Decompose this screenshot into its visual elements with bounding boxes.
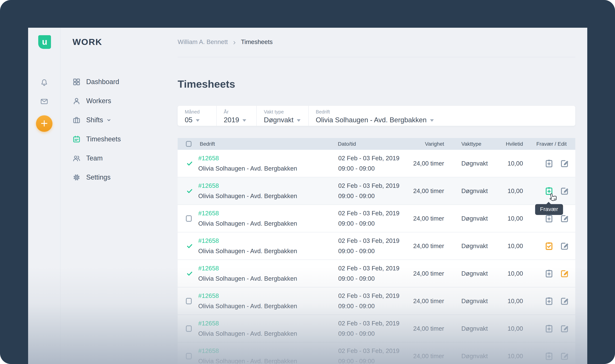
- rest-time: 10,00: [488, 298, 523, 305]
- edit-icon[interactable]: [560, 158, 570, 169]
- edit-icon[interactable]: [560, 351, 570, 361]
- column-header-bedrift: Bedrift: [198, 141, 338, 147]
- duration: 24,00 timer: [413, 243, 444, 250]
- table-row[interactable]: #12658 Olivia Solhaugen - Avd. Bergbakke…: [178, 150, 575, 177]
- selected-check-icon: [186, 160, 193, 167]
- sidebar-item-label: Dashboard: [86, 78, 119, 86]
- sidebar: WORK Dashboard: [61, 28, 178, 364]
- duration: 24,00 timer: [413, 325, 444, 332]
- filter-value: 05: [185, 116, 192, 124]
- filter-label: År: [224, 109, 256, 115]
- edit-icon[interactable]: [560, 213, 570, 223]
- rest-time: 10,00: [488, 243, 523, 250]
- absence-icon[interactable]: [544, 213, 554, 223]
- logo-letter: u: [42, 37, 47, 47]
- gear-icon: [72, 173, 81, 182]
- table-row[interactable]: #12658 Olivia Solhaugen - Avd. Bergbakke…: [178, 342, 575, 364]
- date-range: 02 Feb - 03 Feb, 2019: [338, 264, 413, 273]
- filter-company[interactable]: Bedrift Olivia Solhaugen - Avd. Bergbakk…: [308, 106, 575, 126]
- shift-type: Døgnvakt: [444, 270, 488, 277]
- date-range: 02 Feb - 03 Feb, 2019: [338, 236, 413, 245]
- screen-frame: u: [0, 0, 615, 364]
- caret-down-icon: [242, 119, 246, 122]
- add-button[interactable]: [36, 115, 53, 132]
- filter-year[interactable]: År 2019: [216, 106, 256, 126]
- timesheet-id: #12658: [198, 347, 338, 355]
- company-name: Olivia Solhaugen - Avd. Bergbakken: [198, 329, 338, 338]
- chevron-right-icon: [232, 39, 237, 44]
- duration: 24,00 timer: [413, 298, 444, 305]
- column-header-varighet: Varighet: [413, 141, 444, 147]
- table-row[interactable]: #12658 Olivia Solhaugen - Avd. Bergbakke…: [178, 232, 575, 260]
- shift-type: Døgnvakt: [444, 160, 488, 167]
- absence-icon[interactable]: Fravær: [544, 186, 554, 196]
- date-range: 02 Feb - 03 Feb, 2019: [338, 319, 413, 328]
- caret-down-icon: [297, 119, 301, 122]
- edit-icon[interactable]: [560, 241, 570, 251]
- absence-icon[interactable]: [544, 324, 554, 334]
- messages-button[interactable]: [39, 96, 50, 107]
- time-range: 09:00 - 09:00: [338, 247, 413, 255]
- breadcrumb-parent[interactable]: William A. Bennett: [178, 38, 228, 46]
- sidebar-item-team[interactable]: Team: [61, 149, 178, 168]
- duration: 24,00 timer: [413, 215, 444, 222]
- row-checkbox[interactable]: [186, 215, 192, 222]
- breadcrumb: William A. Bennett Timesheets: [178, 38, 273, 46]
- notifications-button[interactable]: [39, 78, 50, 88]
- duration: 24,00 timer: [413, 270, 444, 277]
- sidebar-item-workers[interactable]: Workers: [61, 91, 178, 110]
- absence-icon[interactable]: [544, 269, 554, 279]
- edit-icon[interactable]: [560, 296, 570, 306]
- edit-icon[interactable]: [560, 186, 570, 196]
- sidebar-item-label: Shifts: [86, 116, 103, 124]
- sidebar-item-dashboard[interactable]: Dashboard: [61, 72, 178, 91]
- filter-label: Bedrift: [316, 109, 575, 115]
- selected-check-icon: [186, 270, 193, 277]
- calendar-icon: [72, 135, 81, 144]
- absence-icon[interactable]: [544, 296, 554, 306]
- absence-icon[interactable]: [544, 351, 554, 361]
- table-row[interactable]: #12658 Olivia Solhaugen - Avd. Bergbakke…: [178, 177, 575, 205]
- company-name: Olivia Solhaugen - Avd. Bergbakken: [198, 274, 338, 283]
- timesheets-table: Bedrift Dato/tid Varighet Vakttype Hvile…: [178, 138, 575, 364]
- icon-rail: u: [28, 28, 61, 364]
- sidebar-item-label: Workers: [86, 97, 111, 105]
- duration: 24,00 timer: [413, 160, 444, 167]
- filter-shift-type[interactable]: Vakt type Døgnvakt: [256, 106, 308, 126]
- workers-icon: [72, 97, 81, 105]
- duration: 24,00 timer: [413, 187, 444, 195]
- table-row[interactable]: #12658 Olivia Solhaugen - Avd. Bergbakke…: [178, 205, 575, 232]
- row-checkbox[interactable]: [186, 353, 192, 359]
- shift-type: Døgnvakt: [444, 298, 488, 305]
- date-range: 02 Feb - 03 Feb, 2019: [338, 347, 413, 355]
- table-row[interactable]: #12658 Olivia Solhaugen - Avd. Bergbakke…: [178, 287, 575, 315]
- table-body: #12658 Olivia Solhaugen - Avd. Bergbakke…: [178, 150, 575, 364]
- sidebar-item-timesheets[interactable]: Timesheets: [61, 130, 178, 149]
- rest-time: 10,00: [488, 270, 523, 277]
- edit-icon[interactable]: [560, 269, 570, 279]
- select-all-checkbox[interactable]: [186, 141, 191, 147]
- filter-value: Døgnvakt: [264, 116, 294, 124]
- sidebar-item-label: Timesheets: [86, 135, 121, 143]
- company-name: Olivia Solhaugen - Avd. Bergbakken: [198, 164, 338, 173]
- row-checkbox[interactable]: [186, 325, 192, 332]
- filter-month[interactable]: Måned 05: [178, 106, 216, 126]
- envelope-icon: [40, 97, 49, 107]
- absence-icon[interactable]: [544, 158, 554, 169]
- sidebar-item-settings[interactable]: Settings: [61, 168, 178, 187]
- rest-time: 10,00: [488, 215, 523, 222]
- selected-check-icon: [186, 243, 193, 249]
- time-range: 09:00 - 09:00: [338, 219, 413, 228]
- table-row[interactable]: #12658 Olivia Solhaugen - Avd. Bergbakke…: [178, 260, 575, 287]
- time-range: 09:00 - 09:00: [338, 302, 413, 311]
- date-range: 02 Feb - 03 Feb, 2019: [338, 292, 413, 300]
- timesheet-id: #12658: [198, 236, 338, 245]
- absence-icon[interactable]: [544, 241, 554, 251]
- row-checkbox[interactable]: [186, 298, 192, 304]
- company-name: Olivia Solhaugen - Avd. Bergbakken: [198, 357, 338, 364]
- sidebar-item-shifts[interactable]: Shifts: [61, 110, 178, 130]
- bell-icon: [40, 78, 49, 88]
- edit-icon[interactable]: [560, 324, 570, 334]
- table-header: Bedrift Dato/tid Varighet Vakttype Hvile…: [178, 138, 575, 150]
- table-row[interactable]: #12658 Olivia Solhaugen - Avd. Bergbakke…: [178, 315, 575, 342]
